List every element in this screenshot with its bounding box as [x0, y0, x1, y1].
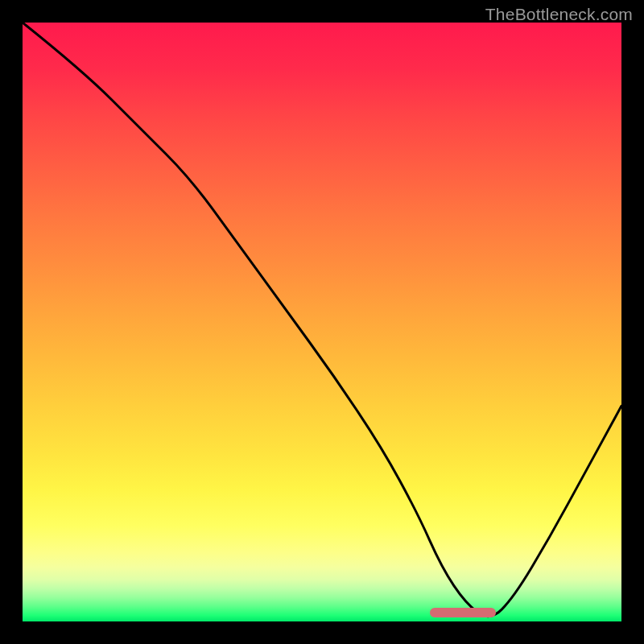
watermark-text: TheBottleneck.com: [485, 5, 633, 24]
bottleneck-curve: [23, 23, 621, 621]
optimal-range-marker: [430, 608, 496, 617]
chart-container: TheBottleneck.com: [0, 0, 644, 644]
plot-area: [23, 23, 621, 621]
